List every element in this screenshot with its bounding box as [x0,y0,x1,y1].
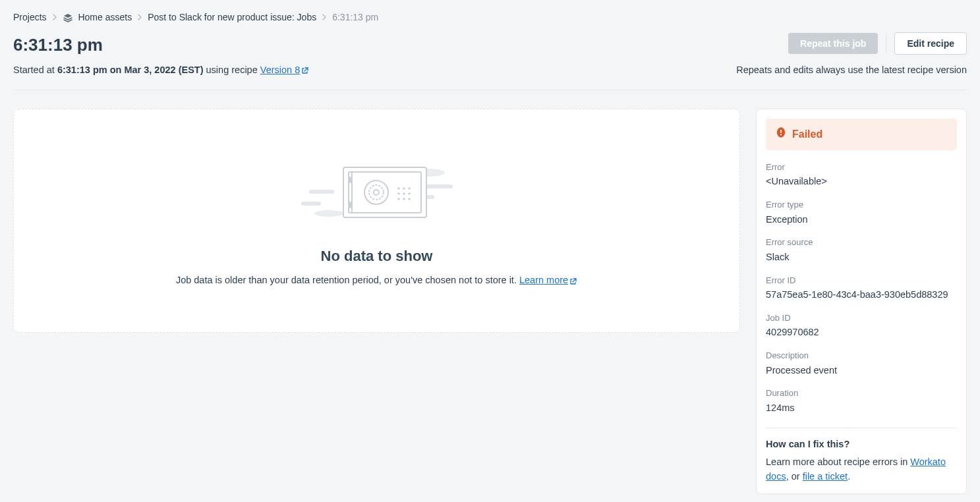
latest-version-note: Repeats and edits always use the latest … [736,63,967,78]
svg-point-0 [314,210,343,217]
duration-label: Duration [766,387,957,400]
svg-rect-7 [349,172,421,213]
duration-value: 124ms [766,401,957,416]
error-icon [775,126,787,142]
layers-icon [63,13,73,22]
svg-rect-2 [301,202,321,206]
job-details-panel: Failed Error <Unavailable> Error type Ex… [756,109,967,494]
started-at-timestamp: 6:31:13 pm on Mar 3, 2022 (EST) [57,65,204,75]
chevron-right-icon [137,11,142,24]
page-title: 6:31:13 pm [13,32,103,58]
header-actions: Repeat this job Edit recipe [788,32,967,55]
recipe-version-link[interactable]: Version 8 [260,65,309,75]
error-type-label: Error type [766,198,957,211]
error-source-value: Slack [766,250,957,265]
action-divider [886,34,886,53]
error-id-value: 57a75ea5-1e80-43c4-baa3-930eb5d88329 [766,288,957,302]
learn-more-link[interactable]: Learn more [519,275,577,285]
breadcrumb-home-assets[interactable]: Home assets [63,11,132,24]
fix-title: How can I fix this? [766,437,957,452]
svg-point-24 [780,134,782,135]
repeat-job-button[interactable]: Repeat this job [788,33,878,54]
breadcrumb: Projects Home assets Post to Slack for n… [13,11,967,24]
svg-point-17 [397,193,400,196]
breadcrumb-home-assets-label: Home assets [78,12,132,22]
error-label: Error [766,161,957,174]
svg-rect-23 [780,130,782,133]
svg-point-16 [408,188,411,190]
external-link-icon [301,67,309,74]
breadcrumb-current: 6:31:13 pm [332,11,378,24]
chevron-right-icon [322,11,327,24]
fix-text: Learn more about recipe errors in Workat… [766,455,957,484]
empty-state-title: No data to show [321,245,433,267]
edit-recipe-button[interactable]: Edit recipe [894,32,967,55]
external-link-icon [569,277,577,285]
started-at-text: Started at 6:31:13 pm on Mar 3, 2022 (ES… [13,63,309,78]
svg-point-22 [408,198,411,201]
no-data-card: No data to show Job data is older than y… [13,109,740,333]
job-id-value: 4029970682 [766,325,957,340]
error-value: <Unavailable> [766,175,957,189]
svg-rect-9 [348,177,351,183]
chevron-right-icon [52,11,57,24]
file-ticket-link[interactable]: file a ticket [803,471,848,482]
status-label: Failed [792,126,822,142]
side-divider [766,428,957,428]
breadcrumb-projects[interactable]: Projects [13,11,47,24]
breadcrumb-recipe-jobs[interactable]: Post to Slack for new product issue: Job… [148,11,316,24]
error-type-value: Exception [766,213,957,227]
description-label: Description [766,349,957,362]
status-banner: Failed [766,119,957,150]
error-id-label: Error ID [766,274,957,287]
svg-rect-1 [309,190,334,194]
svg-point-14 [397,188,400,190]
svg-rect-10 [348,202,351,208]
header-divider [13,90,967,90]
svg-point-18 [403,193,405,196]
error-source-label: Error source [766,236,957,249]
svg-point-20 [397,198,400,201]
description-value: Processed event [766,364,957,378]
svg-point-21 [403,198,405,201]
safe-illustration-icon [288,153,466,229]
empty-state-text: Job data is older than your data retenti… [176,273,577,288]
svg-point-15 [403,188,405,190]
svg-point-19 [408,193,411,196]
job-id-label: Job ID [766,312,957,325]
